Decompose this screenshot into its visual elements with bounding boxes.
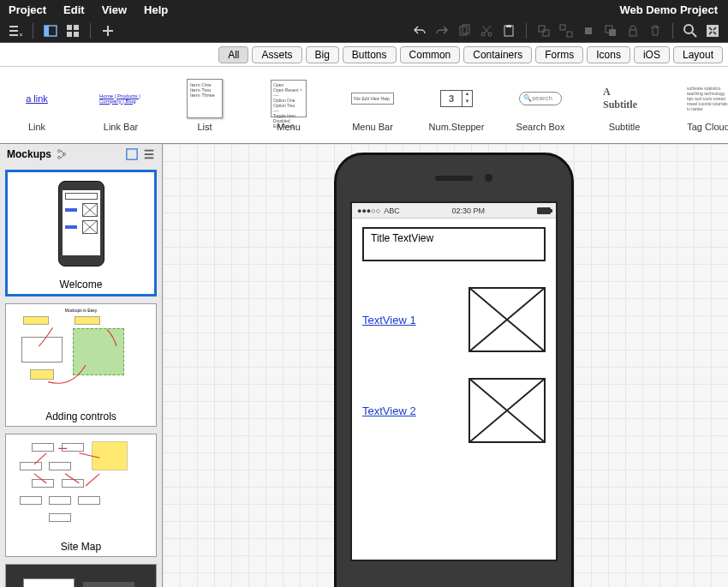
- svg-rect-4: [67, 32, 72, 37]
- svg-rect-11: [506, 25, 511, 27]
- filter-buttons[interactable]: Buttons: [343, 46, 397, 63]
- filter-ios[interactable]: iOS: [634, 46, 670, 63]
- undo-icon[interactable]: [411, 22, 428, 39]
- battery-icon: [537, 207, 551, 214]
- textview-2-link[interactable]: TextView 2: [362, 404, 416, 417]
- svg-rect-16: [585, 27, 592, 34]
- filter-big[interactable]: Big: [306, 46, 339, 63]
- svg-rect-3: [74, 25, 79, 30]
- mockup-item-4[interactable]: [5, 564, 157, 587]
- gallery-stepper[interactable]: 3▲▼ Num.Stepper: [427, 79, 486, 132]
- bring-front-icon[interactable]: [580, 22, 597, 39]
- sidebar-header: Mockups: [0, 144, 162, 165]
- filter-bar: All Assets Big Buttons Common Containers…: [0, 43, 728, 67]
- filter-icons[interactable]: Icons: [587, 46, 630, 63]
- gallery-subtitle[interactable]: A Subtitle Subtitle: [594, 79, 654, 132]
- status-bar: ●●●○○ ABC 02:30 PM: [352, 203, 556, 219]
- trash-icon[interactable]: [647, 22, 664, 39]
- svg-rect-15: [567, 32, 572, 37]
- phone-camera: [485, 174, 492, 182]
- filter-layout[interactable]: Layout: [673, 46, 723, 63]
- redo-icon[interactable]: [433, 22, 451, 39]
- component-gallery: a link Link Home | Products | Company | …: [0, 67, 728, 144]
- paste-icon[interactable]: [500, 22, 517, 39]
- group-icon[interactable]: [535, 22, 552, 39]
- menu-help[interactable]: Help: [135, 3, 176, 16]
- expand-icon[interactable]: [126, 148, 138, 160]
- mockup-welcome[interactable]: Welcome: [5, 170, 157, 296]
- mockup-adding-controls[interactable]: Mockups is Easy Adding controls: [5, 303, 157, 427]
- toolbar: [0, 19, 728, 43]
- copy-icon[interactable]: [456, 22, 473, 39]
- svg-rect-2: [67, 25, 72, 30]
- menubar: Project Edit View Help Web Demo Project: [0, 0, 728, 19]
- image-placeholder-2[interactable]: [468, 378, 546, 443]
- svg-rect-18: [609, 29, 616, 36]
- grid-icon[interactable]: [64, 22, 81, 39]
- branch-icon[interactable]: [57, 149, 67, 159]
- filter-common[interactable]: Common: [400, 46, 461, 63]
- canvas[interactable]: ●●●○○ ABC 02:30 PM Title TextView TextVi…: [163, 144, 728, 587]
- panel-left-icon[interactable]: [42, 22, 59, 39]
- send-back-icon[interactable]: [602, 22, 619, 39]
- sidebar: Mockups Welcome Mockups: [0, 144, 163, 587]
- carrier-label: ABC: [384, 207, 400, 215]
- menu-project[interactable]: Project: [0, 3, 55, 16]
- svg-rect-25: [127, 149, 137, 159]
- svg-rect-12: [539, 26, 545, 32]
- phone-screen: ●●●○○ ABC 02:30 PM Title TextView TextVi…: [350, 201, 558, 561]
- lock-icon[interactable]: [624, 22, 641, 39]
- row-1: TextView 1: [362, 287, 546, 352]
- gallery-menubar[interactable]: File Edit View Help Menu Bar: [343, 79, 403, 132]
- mockups-list[interactable]: Welcome Mockups is Easy Adding controls: [0, 165, 162, 587]
- gallery-linkbar[interactable]: Home | Products | Company | Blog Link Ba…: [91, 79, 151, 132]
- svg-rect-21: [707, 25, 719, 37]
- svg-rect-13: [543, 30, 549, 36]
- filter-assets[interactable]: Assets: [252, 46, 301, 63]
- hamburger-icon[interactable]: [7, 22, 24, 39]
- gallery-tagcloud[interactable]: software statistics teaching technology …: [678, 79, 728, 132]
- filter-forms[interactable]: Forms: [535, 46, 583, 63]
- filter-containers[interactable]: Containers: [463, 46, 532, 63]
- fullscreen-icon[interactable]: [704, 22, 721, 39]
- gallery-list[interactable]: Item One Item Two Item Three List: [175, 79, 235, 132]
- menu-view[interactable]: View: [93, 3, 135, 16]
- textview-1-link[interactable]: TextView 1: [362, 314, 416, 326]
- svg-rect-19: [630, 30, 636, 36]
- zoom-icon[interactable]: [682, 22, 699, 39]
- signal-icon: ●●●○○: [357, 207, 380, 215]
- filter-all[interactable]: All: [218, 46, 248, 63]
- svg-point-20: [684, 25, 693, 33]
- svg-point-22: [58, 150, 61, 153]
- status-time: 02:30 PM: [400, 207, 537, 215]
- svg-rect-1: [45, 26, 49, 36]
- phone-mockup[interactable]: ●●●○○ ABC 02:30 PM Title TextView TextVi…: [334, 153, 574, 587]
- add-icon[interactable]: [99, 22, 116, 39]
- ungroup-icon[interactable]: [558, 22, 575, 39]
- gallery-menu[interactable]: Open Open Recent > ---- Option One Optio…: [259, 79, 319, 132]
- svg-rect-5: [74, 32, 79, 37]
- image-placeholder-1[interactable]: [468, 287, 546, 352]
- row-2: TextView 2: [362, 378, 546, 443]
- svg-rect-14: [560, 25, 565, 30]
- svg-point-23: [58, 156, 61, 159]
- menu-edit[interactable]: Edit: [55, 3, 93, 16]
- cut-icon[interactable]: [478, 22, 495, 39]
- project-title: Web Demo Project: [619, 3, 728, 16]
- mockup-sitemap[interactable]: Site Map: [5, 434, 157, 557]
- title-textview[interactable]: Title TextView: [362, 227, 546, 261]
- list-view-icon[interactable]: [143, 148, 155, 160]
- gallery-link[interactable]: a link Link: [7, 79, 67, 132]
- phone-speaker: [435, 176, 473, 181]
- gallery-searchbox[interactable]: 🔍 search Search Box: [510, 79, 570, 132]
